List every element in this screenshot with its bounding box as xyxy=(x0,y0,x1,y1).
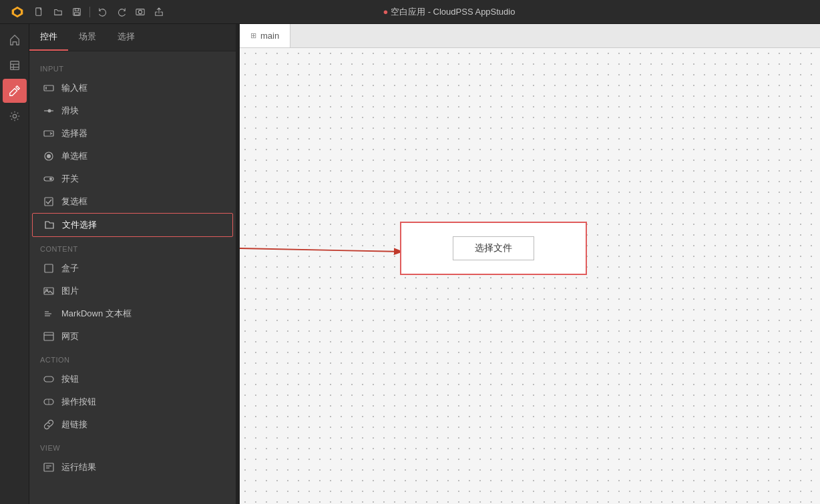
svg-rect-8 xyxy=(10,61,19,70)
sidebar-item-markdown[interactable]: MarkDown 文本框 xyxy=(32,302,233,325)
sidebar-item-image[interactable]: 图片 xyxy=(32,280,233,302)
svg-rect-4 xyxy=(75,8,78,11)
titlebar: ● 空白应用 - CloudPSS AppStudio xyxy=(0,0,820,24)
tab-scene[interactable]: 场景 xyxy=(68,24,107,51)
button-icon xyxy=(43,373,55,385)
webpage-label: 网页 xyxy=(61,330,79,342)
markdown-icon xyxy=(43,308,55,320)
action-button-icon xyxy=(43,396,55,408)
input-box-icon xyxy=(43,82,55,94)
svg-point-19 xyxy=(47,154,51,158)
svg-rect-22 xyxy=(45,198,53,206)
image-label: 图片 xyxy=(61,285,79,297)
file-chooser-component: 选择文件 xyxy=(400,222,587,275)
annotation-arrow xyxy=(240,48,820,504)
slider-icon xyxy=(43,105,55,117)
hyperlink-label: 超链接 xyxy=(61,419,87,431)
svg-rect-23 xyxy=(45,264,53,272)
app-logo[interactable] xyxy=(8,3,27,21)
redo-button[interactable] xyxy=(114,5,129,19)
sidebar-item-webpage[interactable]: 网页 xyxy=(32,325,233,348)
checkbox-icon xyxy=(43,196,55,208)
sidebar-item-switch[interactable]: 开关 xyxy=(32,168,233,190)
icon-bar xyxy=(0,24,29,504)
switch-icon xyxy=(43,173,55,185)
sidebar-item-selector[interactable]: 选择器 xyxy=(32,122,233,145)
icon-bar-home[interactable] xyxy=(3,28,27,52)
svg-rect-34 xyxy=(44,463,53,471)
sidebar-content: INPUT 输入框 滑块 选择器 xyxy=(29,51,236,504)
sidebar-tabs: 控件 场景 选择 xyxy=(29,24,236,51)
svg-point-7 xyxy=(138,10,142,13)
undo-button[interactable] xyxy=(95,5,110,19)
svg-rect-31 xyxy=(44,376,53,382)
save-button[interactable] xyxy=(69,5,84,19)
run-result-icon xyxy=(43,461,55,473)
main-layout: 控件 场景 选择 INPUT 输入框 滑块 xyxy=(0,24,820,504)
svg-line-38 xyxy=(240,248,403,252)
icon-bar-layers[interactable] xyxy=(3,53,27,77)
svg-rect-5 xyxy=(75,12,79,15)
canvas-tab-main[interactable]: ⊞ main xyxy=(240,24,290,47)
screenshot-button[interactable] xyxy=(133,5,148,19)
section-view-label: VIEW xyxy=(29,436,236,456)
selector-icon xyxy=(43,128,55,140)
radio-icon xyxy=(43,150,55,162)
svg-point-16 xyxy=(48,109,51,113)
tab-bar: ⊞ main xyxy=(240,24,820,48)
box-icon xyxy=(43,262,55,274)
sidebar-item-hyperlink[interactable]: 超链接 xyxy=(32,413,233,436)
sidebar-item-run-result[interactable]: 运行结果 xyxy=(32,456,233,479)
canvas-area: ⊞ main 选择文件 xyxy=(240,24,820,504)
file-select-icon xyxy=(43,219,55,231)
button-label: 按钮 xyxy=(61,373,79,385)
share-button[interactable] xyxy=(152,5,166,19)
svg-point-12 xyxy=(13,114,16,117)
image-icon xyxy=(43,285,55,297)
sidebar-item-file-select[interactable]: 文件选择 xyxy=(32,213,233,237)
window-title: ● 空白应用 - CloudPSS AppStudio xyxy=(383,6,516,18)
run-result-label: 运行结果 xyxy=(61,461,96,473)
new-file-button[interactable] xyxy=(32,5,47,19)
svg-rect-13 xyxy=(44,85,53,91)
sidebar-item-box[interactable]: 盒子 xyxy=(32,257,233,280)
selector-label: 选择器 xyxy=(61,128,87,140)
sidebar-item-input-box[interactable]: 输入框 xyxy=(32,77,233,99)
sidebar-item-button[interactable]: 按钮 xyxy=(32,368,233,391)
sidebar-item-slider[interactable]: 滑块 xyxy=(32,99,233,122)
webpage-icon xyxy=(43,330,55,342)
tab-select[interactable]: 选择 xyxy=(107,24,146,51)
dot-indicator: ● xyxy=(383,7,389,17)
sidebar: 控件 场景 选择 INPUT 输入框 滑块 xyxy=(29,24,236,504)
sidebar-item-action-button[interactable]: 操作按钮 xyxy=(32,391,233,413)
canvas-viewport[interactable]: 选择文件 xyxy=(240,48,820,504)
tab-controls[interactable]: 控件 xyxy=(29,24,68,51)
open-file-button[interactable] xyxy=(51,5,65,19)
icon-bar-settings[interactable] xyxy=(3,104,27,128)
markdown-label: MarkDown 文本框 xyxy=(61,308,132,320)
icon-bar-tools[interactable] xyxy=(3,79,27,103)
radio-label: 单选框 xyxy=(61,150,87,162)
toolbar xyxy=(32,5,166,19)
select-file-button[interactable]: 选择文件 xyxy=(453,236,534,260)
section-input-label: INPUT xyxy=(29,57,236,77)
hyperlink-icon xyxy=(43,419,55,431)
section-content-label: CONTENT xyxy=(29,237,236,257)
file-select-label: 文件选择 xyxy=(62,219,97,231)
separator xyxy=(89,7,90,17)
sidebar-item-radio[interactable]: 单选框 xyxy=(32,145,233,168)
box-label: 盒子 xyxy=(61,262,79,274)
titlebar-left xyxy=(8,3,166,21)
action-button-label: 操作按钮 xyxy=(61,396,96,408)
canvas-tab-label: main xyxy=(260,31,279,41)
slider-label: 滑块 xyxy=(61,105,79,117)
input-box-label: 输入框 xyxy=(61,82,87,94)
switch-label: 开关 xyxy=(61,173,79,185)
svg-rect-29 xyxy=(44,332,53,340)
section-action-label: ACTION xyxy=(29,348,236,368)
canvas-tab-icon: ⊞ xyxy=(250,31,256,40)
checkbox-label: 复选框 xyxy=(61,196,87,208)
svg-point-21 xyxy=(49,178,52,180)
sidebar-item-checkbox[interactable]: 复选框 xyxy=(32,190,233,213)
